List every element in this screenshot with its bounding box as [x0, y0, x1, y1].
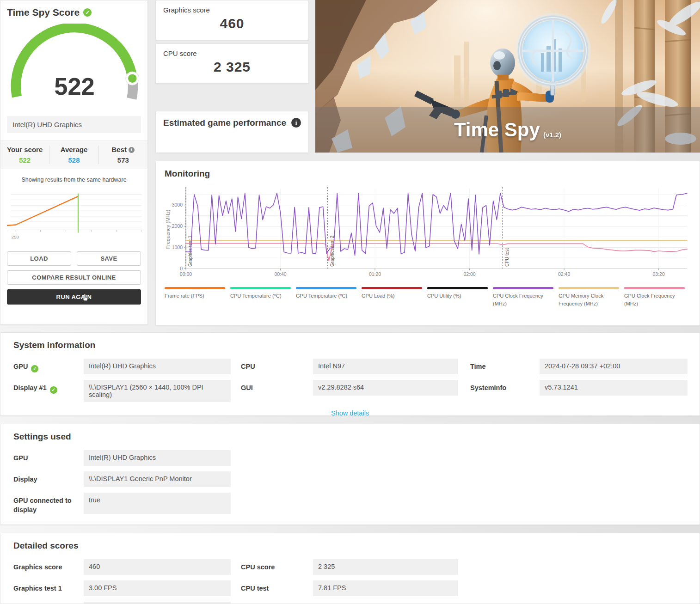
stat-best: Best i 573: [98, 146, 147, 164]
detail-cpu-score: CPU score 2 325: [241, 559, 458, 575]
svg-text:03:20: 03:20: [653, 271, 665, 277]
svg-text:02:40: 02:40: [558, 271, 570, 277]
setting-gpu: GPU Intel(R) UHD Graphics: [13, 450, 231, 466]
legend-swatch: [296, 287, 356, 289]
setting-display: Display \\.\DISPLAY1 Generic PnP Monitor: [13, 471, 231, 487]
gpu-name-box: Intel(R) UHD Graphics: [7, 116, 141, 133]
svg-text:2000: 2000: [172, 223, 183, 229]
field-display-1: Display #1✓ \\.\DISPLAY1 (2560 × 1440, 1…: [13, 380, 231, 402]
svg-text:00:40: 00:40: [274, 271, 286, 277]
hand-cursor-icon: [82, 294, 89, 302]
score-panel-header: Time Spy Score ✓: [7, 7, 141, 18]
info-icon[interactable]: i: [291, 118, 301, 128]
svg-text:0: 0: [180, 266, 183, 271]
svg-text:1000: 1000: [172, 244, 183, 250]
system-information-panel: System information GPU✓ Intel(R) UHD Gra…: [0, 332, 700, 416]
field-value: \\.\DISPLAY1 Generic PnP Monitor: [84, 471, 231, 487]
mini-chart-axis-start: 250: [12, 234, 19, 239]
svg-text:00:00: 00:00: [180, 271, 192, 277]
svg-text:3000: 3000: [172, 202, 183, 207]
field-cpu: CPU Intel N97: [241, 359, 458, 374]
cpu-score-card: CPU score 2 325: [155, 43, 309, 84]
check-circle-icon: ✓: [31, 365, 38, 372]
estimated-performance-title: Estimated game performance: [163, 118, 286, 128]
field-value: \\.\DISPLAY1 (2560 × 1440, 100% DPI scal…: [84, 380, 231, 402]
compare-result-online-button[interactable]: COMPARE RESULT ONLINE: [7, 270, 141, 285]
detailed-scores-panel: Detailed scores Graphics score 460 Graph…: [0, 533, 700, 604]
graphics-score-label: Graphics score: [163, 6, 301, 14]
legend-swatch: [493, 287, 553, 289]
timespy-banner: Time Spy (v1.2): [315, 0, 700, 153]
legend-swatch: [165, 287, 225, 289]
banner-version: (v1.2): [543, 131, 561, 139]
score-panel: Time Spy Score ✓ 522 Intel(R) UHD Graphi…: [0, 0, 148, 325]
score-panel-title: Time Spy Score: [7, 7, 80, 18]
load-button[interactable]: LOAD: [7, 251, 71, 266]
graphics-score-value: 460: [163, 16, 301, 31]
monitoring-ylabel: Frequency (MHz): [165, 210, 171, 249]
legend-item-gpu-clock: GPU Clock Frequency (MHz): [624, 287, 685, 308]
field-systeminfo: SystemInfo v5.73.1241: [470, 380, 688, 396]
svg-text:02:00: 02:00: [463, 271, 475, 277]
cpu-score-label: CPU score: [163, 49, 301, 57]
legend-swatch: [362, 287, 422, 289]
svg-text:01:20: 01:20: [369, 271, 381, 277]
save-button[interactable]: SAVE: [77, 251, 141, 266]
svg-text:CPU test: CPU test: [504, 248, 510, 267]
field-value: Intel N97: [313, 359, 458, 374]
field-value: 460: [84, 559, 231, 575]
legend-swatch: [427, 287, 488, 289]
check-circle-icon: ✓: [50, 386, 57, 394]
legend-swatch: [230, 287, 291, 289]
score-distribution-chart: 250: [7, 187, 142, 241]
field-value: v2.29.8282 s64: [313, 380, 458, 396]
score-gauge: 522: [7, 24, 142, 108]
legend-item-cpu-clock: CPU Clock Frequency (MHz): [493, 287, 553, 308]
check-circle-icon: ✓: [83, 8, 92, 17]
legend-item-frame-rate: Frame rate (FPS): [165, 287, 225, 308]
settings-used-title: Settings used: [13, 432, 687, 442]
monitoring-legend: Frame rate (FPS) CPU Temperature (°C) GP…: [165, 287, 691, 308]
legend-item-gpu-load: GPU Load (%): [362, 287, 422, 308]
detail-graphics-test-1: Graphics test 1 3.00 FPS: [13, 580, 231, 596]
score-value: 522: [54, 73, 95, 100]
legend-item-gpu-temperature: GPU Temperature (°C): [296, 287, 356, 308]
setting-gpu-connected: GPU connected to display true: [13, 493, 231, 514]
monitoring-panel: Monitoring Frequency (MHz) 0100020003000…: [155, 161, 700, 326]
graphics-score-card: Graphics score 460: [155, 0, 309, 40]
legend-item-gpu-memory-clock: GPU Memory Clock Frequency (MHz): [559, 287, 619, 308]
show-details-link[interactable]: Show details: [13, 409, 687, 417]
detail-graphics-test-2: Graphics test 2 2.65 FPS: [13, 602, 231, 604]
field-gui: GUI v2.29.8282 s64: [241, 380, 458, 396]
monitoring-title: Monitoring: [165, 169, 691, 179]
legend-swatch: [624, 287, 685, 289]
field-value: Intel(R) UHD Graphics: [84, 450, 231, 466]
field-value: 3.00 FPS: [84, 580, 231, 596]
legend-item-cpu-temperature: CPU Temperature (°C): [230, 287, 291, 308]
field-value: v5.73.1241: [540, 380, 688, 396]
field-value: 2 325: [313, 559, 458, 575]
stat-average: Average 528: [49, 146, 98, 164]
detail-graphics-score: Graphics score 460: [13, 559, 231, 575]
field-value: 2024-07-28 09:37 +02:00: [540, 359, 688, 374]
score-stats-row: Your score 522 Average 528 Best i 573: [0, 140, 147, 169]
system-information-title: System information: [13, 340, 687, 350]
banner-caption: Time Spy (v1.2): [315, 107, 700, 153]
field-value: true: [84, 493, 231, 514]
legend-item-cpu-utility: CPU Utility (%): [427, 287, 488, 308]
stat-your-score: Your score 522: [0, 146, 49, 164]
run-again-button[interactable]: RUN AGAIN: [7, 289, 141, 305]
detail-cpu-test: CPU test 7.81 FPS: [241, 580, 458, 596]
best-info-icon[interactable]: i: [129, 147, 135, 153]
field-time: Time 2024-07-28 09:37 +02:00: [470, 359, 688, 374]
banner-title: Time Spy: [454, 119, 540, 141]
settings-used-panel: Settings used GPU Intel(R) UHD Graphics …: [0, 424, 700, 525]
estimated-performance-card: i Estimated game performance: [155, 111, 309, 153]
detailed-scores-title: Detailed scores: [13, 541, 687, 551]
field-value: 2.65 FPS: [84, 602, 231, 604]
field-value: 7.81 FPS: [313, 580, 458, 596]
field-value: Intel(R) UHD Graphics: [84, 359, 231, 374]
cpu-score-value: 2 325: [163, 59, 301, 75]
timespy-result-page: Time Spy Score ✓ 522 Intel(R) UHD Graphi…: [0, 0, 700, 604]
legend-swatch: [559, 287, 619, 289]
